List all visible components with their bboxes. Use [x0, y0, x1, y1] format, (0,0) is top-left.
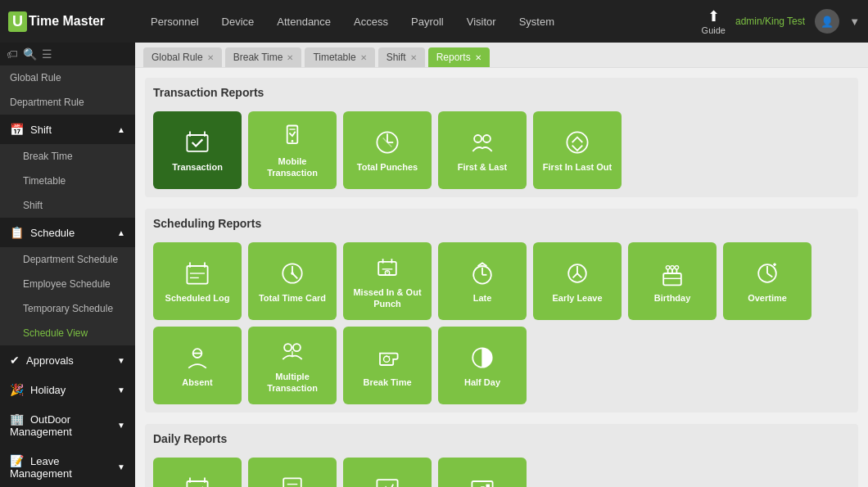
- card-multiple-transaction[interactable]: Multiple Transaction: [248, 327, 337, 404]
- late-icon: [468, 259, 497, 288]
- svg-line-43: [767, 273, 772, 277]
- tab-timetable[interactable]: Timetable ✕: [305, 47, 374, 67]
- card-total-punches[interactable]: Total Punches: [343, 111, 432, 189]
- card-total-punches-label: Total Punches: [357, 162, 418, 173]
- leave-arrow: ▼: [117, 462, 125, 471]
- app-logo[interactable]: U Time Master: [8, 11, 123, 32]
- card-scheduled-log[interactable]: Scheduled Log: [153, 242, 242, 320]
- nav-payroll[interactable]: Payroll: [400, 9, 455, 34]
- svg-point-11: [483, 135, 491, 142]
- card-total-time-card[interactable]: Total Time Card: [248, 242, 337, 320]
- schedule-label: Schedule: [30, 227, 75, 239]
- card-missed-in-out[interactable]: Missed In & Out Punch: [343, 242, 432, 320]
- card-overtime[interactable]: Overtime: [723, 242, 811, 320]
- sidebar-item-employee-schedule[interactable]: Employee Schedule: [0, 272, 135, 296]
- transaction-reports-grid: Transaction Mobile Transaction: [153, 111, 850, 189]
- guide-button[interactable]: ⬆ Guide: [702, 7, 726, 35]
- nav-visitor[interactable]: Visitor: [455, 9, 508, 34]
- user-avatar[interactable]: 👤: [815, 9, 839, 34]
- sidebar-section-holiday[interactable]: 🎉Holiday ▼: [0, 375, 135, 404]
- svg-point-48: [284, 344, 292, 351]
- sidebar-item-temporary-schedule[interactable]: Temporary Schedule: [0, 296, 135, 321]
- sidebar-section-approvals[interactable]: ✔Approvals ▼: [0, 345, 135, 375]
- card-daily-status[interactable]: Daily Status: [438, 458, 527, 487]
- schedule-icon: 📋: [10, 226, 24, 239]
- tab-reports[interactable]: Reports ✕: [428, 47, 490, 67]
- tab-break-time[interactable]: Break Time ✕: [225, 47, 302, 67]
- first-in-last-out-icon: [563, 128, 592, 157]
- svg-rect-58: [283, 478, 301, 487]
- card-daily-attendance[interactable]: Daily Attendance: [153, 458, 242, 487]
- transaction-reports-title: Transaction Reports: [153, 86, 850, 103]
- card-first-last[interactable]: First & Last: [438, 111, 527, 189]
- card-early-leave[interactable]: Early Leave: [533, 242, 622, 320]
- guide-icon: ⬆: [708, 7, 720, 25]
- card-late[interactable]: Late: [438, 242, 527, 320]
- card-mobile-transaction[interactable]: Mobile Transaction: [248, 111, 337, 189]
- daily-attendance-icon: [183, 474, 212, 487]
- svg-point-37: [666, 265, 670, 269]
- svg-rect-67: [486, 485, 491, 487]
- list-icon[interactable]: ☰: [42, 47, 52, 61]
- card-break-time[interactable]: Break Time: [343, 327, 432, 404]
- card-daily-summary[interactable]: Daily Summary: [343, 458, 432, 487]
- card-first-in-last-out-label: First In Last Out: [543, 162, 612, 173]
- card-absent[interactable]: Absent: [153, 327, 242, 404]
- nav-access[interactable]: Access: [342, 9, 400, 34]
- svg-rect-13: [187, 266, 207, 284]
- scheduling-reports-title: Scheduling Reports: [153, 217, 850, 234]
- svg-point-10: [474, 135, 481, 142]
- daily-reports-section: Daily Reports Daily Attendance: [145, 424, 858, 487]
- svg-line-52: [389, 356, 390, 357]
- tab-break-time-close[interactable]: ✕: [287, 53, 293, 62]
- tab-shift[interactable]: Shift ✕: [378, 47, 425, 67]
- card-transaction[interactable]: Transaction: [153, 111, 242, 189]
- search-icon[interactable]: 🔍: [23, 47, 37, 61]
- card-birthday[interactable]: Birthday: [628, 242, 717, 320]
- card-multiple-transaction-label: Multiple Transaction: [255, 372, 330, 393]
- nav-device[interactable]: Device: [210, 9, 266, 34]
- svg-point-38: [671, 265, 675, 269]
- tabs-bar: Global Rule ✕ Break Time ✕ Timetable ✕ S…: [135, 43, 868, 68]
- approvals-arrow: ▼: [117, 356, 125, 365]
- nav-system[interactable]: System: [508, 9, 566, 34]
- sidebar-section-outdoor[interactable]: 🏢OutDoor Management ▼: [0, 404, 135, 446]
- sidebar-section-schedule[interactable]: 📋Schedule ▲: [0, 218, 135, 247]
- sidebar-item-department-rule[interactable]: Department Rule: [0, 90, 135, 115]
- daily-details-icon: [278, 474, 307, 487]
- holiday-arrow: ▼: [117, 386, 125, 395]
- sidebar-section-shift[interactable]: 📅Shift ▲: [0, 115, 135, 144]
- tab-reports-close[interactable]: ✕: [475, 53, 481, 62]
- tab-timetable-close[interactable]: ✕: [360, 53, 367, 62]
- user-info[interactable]: admin/King Test: [735, 16, 805, 27]
- sidebar-item-global-rule[interactable]: Global Rule: [0, 65, 135, 90]
- nav-attendance[interactable]: Attendance: [265, 9, 342, 34]
- card-daily-details[interactable]: Daily Details: [248, 458, 337, 487]
- dropdown-arrow[interactable]: ▼: [849, 16, 860, 28]
- tab-shift-close[interactable]: ✕: [410, 53, 417, 62]
- tab-global-rule[interactable]: Global Rule ✕: [143, 47, 222, 67]
- svg-point-50: [384, 356, 390, 362]
- reports-content: Transaction Reports Transaction: [135, 68, 868, 487]
- svg-rect-62: [377, 480, 397, 487]
- card-total-time-card-label: Total Time Card: [259, 293, 326, 304]
- card-first-last-label: First & Last: [458, 162, 508, 173]
- sidebar-item-schedule-view[interactable]: Schedule View: [0, 321, 135, 345]
- sidebar-section-leave[interactable]: 📝Leave Management ▼: [0, 446, 135, 487]
- card-half-day[interactable]: Half Day: [438, 327, 527, 404]
- sidebar-item-shift[interactable]: Shift: [0, 193, 135, 218]
- nav-personnel[interactable]: Personnel: [139, 9, 210, 34]
- scheduling-reports-section: Scheduling Reports Scheduled Log: [145, 209, 858, 413]
- svg-point-39: [675, 265, 679, 269]
- tab-break-time-label: Break Time: [233, 52, 283, 63]
- card-first-in-last-out[interactable]: First In Last Out: [533, 111, 622, 189]
- sidebar-item-timetable[interactable]: Timetable: [0, 169, 135, 193]
- sidebar-item-department-schedule[interactable]: Department Schedule: [0, 247, 135, 272]
- card-absent-label: Absent: [182, 377, 212, 388]
- content-area: Global Rule ✕ Break Time ✕ Timetable ✕ S…: [135, 43, 868, 487]
- tag-icon[interactable]: 🏷: [7, 47, 18, 61]
- svg-point-49: [293, 344, 301, 351]
- sidebar-item-break-time[interactable]: Break Time: [0, 144, 135, 169]
- card-late-label: Late: [473, 293, 492, 304]
- tab-global-rule-close[interactable]: ✕: [207, 53, 214, 62]
